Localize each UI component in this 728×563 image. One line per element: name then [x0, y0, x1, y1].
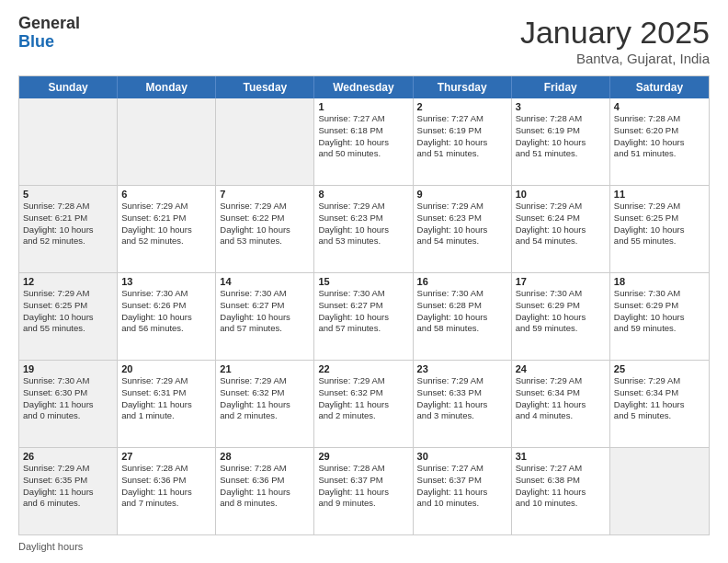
cell-info-line: Daylight: 10 hours: [516, 137, 606, 149]
cell-info-line: and 4 minutes.: [516, 410, 606, 422]
day-number: 4: [614, 101, 705, 112]
logo-text: General Blue: [18, 15, 80, 52]
day-number: 2: [417, 101, 507, 112]
cell-info-line: Sunrise: 7:29 AM: [614, 201, 705, 213]
day-number: 15: [318, 276, 408, 287]
cell-info-line: Sunrise: 7:29 AM: [516, 201, 606, 213]
day-number: 28: [220, 451, 310, 462]
cell-info-line: Sunrise: 7:28 AM: [318, 463, 408, 475]
logo-blue: Blue: [18, 33, 80, 52]
cell-info-line: Daylight: 10 hours: [23, 224, 113, 236]
weekday-header: Saturday: [610, 76, 709, 98]
cell-info-line: Sunset: 6:19 PM: [516, 125, 606, 137]
cell-info-line: Sunset: 6:21 PM: [23, 213, 113, 224]
day-number: 16: [417, 276, 507, 287]
day-number: 9: [417, 189, 507, 200]
cell-info-line: and 50 minutes.: [318, 148, 408, 160]
calendar-cell: 7Sunrise: 7:29 AMSunset: 6:22 PMDaylight…: [216, 186, 314, 272]
cell-info-line: Sunset: 6:29 PM: [516, 300, 606, 312]
calendar-cell: 9Sunrise: 7:29 AMSunset: 6:23 PMDaylight…: [414, 186, 512, 272]
cell-info-line: Sunrise: 7:28 AM: [23, 201, 113, 213]
cell-info-line: Sunset: 6:18 PM: [318, 125, 408, 137]
cell-info-line: Sunset: 6:23 PM: [417, 213, 507, 224]
cell-info-line: Sunrise: 7:29 AM: [318, 375, 408, 387]
calendar-cell: 28Sunrise: 7:28 AMSunset: 6:36 PMDayligh…: [216, 448, 314, 534]
weekday-header: Sunday: [19, 76, 118, 98]
calendar-cell: 3Sunrise: 7:28 AMSunset: 6:19 PMDaylight…: [512, 98, 610, 185]
cell-info-line: Sunset: 6:36 PM: [220, 475, 310, 487]
day-number: 6: [121, 189, 211, 200]
day-number: 19: [23, 363, 113, 374]
cell-info-line: Sunset: 6:25 PM: [614, 213, 705, 224]
weekday-header: Friday: [512, 76, 610, 98]
cell-info-line: Sunset: 6:30 PM: [23, 387, 113, 399]
cell-info-line: Daylight: 10 hours: [121, 312, 211, 324]
cell-info-line: Sunset: 6:33 PM: [417, 387, 507, 399]
cell-info-line: and 51 minutes.: [516, 148, 606, 160]
cell-info-line: Sunset: 6:25 PM: [23, 300, 113, 312]
cell-info-line: and 54 minutes.: [417, 236, 507, 247]
cell-info-line: Sunrise: 7:29 AM: [23, 463, 113, 475]
day-number: 29: [318, 451, 408, 462]
cell-info-line: Daylight: 10 hours: [318, 312, 408, 324]
cell-info-line: Sunrise: 7:29 AM: [516, 375, 606, 387]
cell-info-line: and 53 minutes.: [220, 236, 310, 247]
cell-info-line: and 2 minutes.: [220, 410, 310, 422]
cell-info-line: and 57 minutes.: [220, 323, 310, 335]
cell-info-line: Daylight: 10 hours: [220, 312, 310, 324]
cell-info-line: and 55 minutes.: [23, 323, 113, 335]
cell-info-line: and 56 minutes.: [121, 323, 211, 335]
cell-info-line: and 59 minutes.: [516, 323, 606, 335]
cell-info-line: Daylight: 11 hours: [614, 399, 705, 411]
cell-info-line: and 7 minutes.: [121, 498, 211, 510]
cell-info-line: Sunrise: 7:27 AM: [516, 463, 606, 475]
calendar-cell: 17Sunrise: 7:30 AMSunset: 6:29 PMDayligh…: [512, 273, 610, 360]
cell-info-line: Sunrise: 7:30 AM: [220, 288, 310, 300]
calendar-cell: 22Sunrise: 7:29 AMSunset: 6:32 PMDayligh…: [314, 361, 413, 447]
cell-info-line: Sunrise: 7:29 AM: [121, 375, 211, 387]
day-number: 21: [220, 363, 310, 374]
calendar-cell: [216, 98, 314, 185]
cell-info-line: Sunrise: 7:30 AM: [417, 288, 507, 300]
cell-info-line: Sunrise: 7:27 AM: [417, 113, 507, 125]
calendar-cell: 24Sunrise: 7:29 AMSunset: 6:34 PMDayligh…: [512, 361, 610, 447]
cell-info-line: and 59 minutes.: [614, 323, 705, 335]
cell-info-line: Daylight: 10 hours: [516, 224, 606, 236]
cell-info-line: Daylight: 11 hours: [516, 399, 606, 411]
cell-info-line: Sunset: 6:22 PM: [220, 213, 310, 224]
cell-info-line: Sunset: 6:32 PM: [220, 387, 310, 399]
cell-info-line: Sunset: 6:27 PM: [220, 300, 310, 312]
day-number: 13: [121, 276, 211, 287]
cell-info-line: Daylight: 10 hours: [614, 224, 705, 236]
day-number: 10: [516, 189, 606, 200]
weekday-header: Thursday: [414, 76, 512, 98]
cell-info-line: and 10 minutes.: [516, 498, 606, 510]
calendar-cell: 12Sunrise: 7:29 AMSunset: 6:25 PMDayligh…: [19, 273, 118, 360]
day-number: 5: [23, 189, 113, 200]
cell-info-line: Daylight: 10 hours: [220, 224, 310, 236]
day-number: 8: [318, 189, 408, 200]
weekday-header: Tuesday: [216, 76, 314, 98]
day-number: 20: [121, 363, 211, 374]
cell-info-line: and 51 minutes.: [614, 148, 705, 160]
cell-info-line: Daylight: 11 hours: [23, 399, 113, 411]
cell-info-line: Sunset: 6:37 PM: [318, 475, 408, 487]
cell-info-line: Sunrise: 7:27 AM: [318, 113, 408, 125]
day-number: 26: [23, 451, 113, 462]
cell-info-line: Daylight: 10 hours: [318, 224, 408, 236]
cell-info-line: Sunrise: 7:28 AM: [121, 463, 211, 475]
calendar-cell: [118, 98, 216, 185]
calendar-row: 26Sunrise: 7:29 AMSunset: 6:35 PMDayligh…: [19, 448, 709, 534]
calendar-cell: 14Sunrise: 7:30 AMSunset: 6:27 PMDayligh…: [216, 273, 314, 360]
day-number: 27: [121, 451, 211, 462]
cell-info-line: Sunset: 6:24 PM: [516, 213, 606, 224]
calendar-row: 5Sunrise: 7:28 AMSunset: 6:21 PMDaylight…: [19, 186, 709, 273]
cell-info-line: Sunset: 6:20 PM: [614, 125, 705, 137]
cell-info-line: Sunset: 6:28 PM: [417, 300, 507, 312]
cell-info-line: Daylight: 10 hours: [417, 224, 507, 236]
cell-info-line: Daylight: 11 hours: [220, 399, 310, 411]
cell-info-line: Sunset: 6:19 PM: [417, 125, 507, 137]
weekday-header: Monday: [118, 76, 216, 98]
calendar-row: 12Sunrise: 7:29 AMSunset: 6:25 PMDayligh…: [19, 273, 709, 361]
calendar-cell: 31Sunrise: 7:27 AMSunset: 6:38 PMDayligh…: [512, 448, 610, 534]
